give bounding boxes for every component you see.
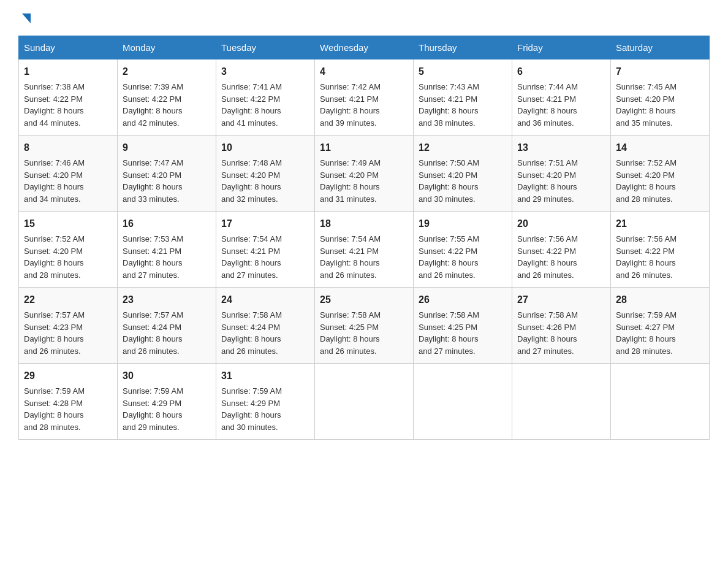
calendar-cell: 17 Sunrise: 7:54 AMSunset: 4:21 PMDaylig…	[216, 212, 315, 288]
calendar-cell: 8 Sunrise: 7:46 AMSunset: 4:20 PMDayligh…	[19, 136, 118, 212]
day-info: Sunrise: 7:53 AMSunset: 4:21 PMDaylight:…	[123, 234, 183, 280]
day-info: Sunrise: 7:51 AMSunset: 4:20 PMDaylight:…	[517, 158, 578, 204]
day-info: Sunrise: 7:52 AMSunset: 4:20 PMDaylight:…	[24, 234, 85, 280]
day-number: 7	[616, 64, 704, 79]
day-number: 13	[517, 140, 605, 155]
weekday-header-thursday: Thursday	[414, 36, 512, 59]
day-number: 2	[123, 64, 211, 79]
calendar-cell: 30 Sunrise: 7:59 AMSunset: 4:29 PMDaylig…	[118, 364, 216, 440]
calendar-cell: 31 Sunrise: 7:59 AMSunset: 4:29 PMDaylig…	[216, 364, 315, 440]
day-info: Sunrise: 7:39 AMSunset: 4:22 PMDaylight:…	[123, 82, 183, 128]
day-info: Sunrise: 7:57 AMSunset: 4:24 PMDaylight:…	[123, 310, 183, 356]
day-info: Sunrise: 7:54 AMSunset: 4:21 PMDaylight:…	[221, 234, 282, 280]
calendar-cell	[315, 364, 414, 440]
day-info: Sunrise: 7:56 AMSunset: 4:22 PMDaylight:…	[616, 234, 677, 280]
day-info: Sunrise: 7:38 AMSunset: 4:22 PMDaylight:…	[24, 82, 85, 128]
day-info: Sunrise: 7:59 AMSunset: 4:29 PMDaylight:…	[123, 386, 183, 432]
calendar-cell: 7 Sunrise: 7:45 AMSunset: 4:20 PMDayligh…	[611, 59, 710, 136]
day-number: 6	[517, 64, 605, 79]
day-info: Sunrise: 7:48 AMSunset: 4:20 PMDaylight:…	[221, 158, 282, 204]
day-number: 31	[221, 369, 309, 383]
day-number: 19	[419, 216, 507, 231]
day-number: 5	[419, 64, 507, 79]
calendar-cell	[611, 364, 710, 440]
day-number: 11	[320, 140, 408, 155]
day-number: 29	[24, 369, 112, 383]
calendar-cell: 4 Sunrise: 7:42 AMSunset: 4:21 PMDayligh…	[315, 59, 414, 136]
calendar-cell: 25 Sunrise: 7:58 AMSunset: 4:25 PMDaylig…	[315, 288, 414, 364]
calendar-cell: 12 Sunrise: 7:50 AMSunset: 4:20 PMDaylig…	[414, 136, 512, 212]
calendar-cell: 19 Sunrise: 7:55 AMSunset: 4:22 PMDaylig…	[414, 212, 512, 288]
logo	[18, 12, 33, 23]
day-info: Sunrise: 7:58 AMSunset: 4:25 PMDaylight:…	[419, 310, 479, 356]
day-number: 16	[123, 216, 211, 231]
day-info: Sunrise: 7:41 AMSunset: 4:22 PMDaylight:…	[221, 82, 282, 128]
day-number: 24	[221, 293, 309, 307]
calendar-cell: 16 Sunrise: 7:53 AMSunset: 4:21 PMDaylig…	[118, 212, 216, 288]
day-number: 4	[320, 64, 408, 79]
weekday-header-wednesday: Wednesday	[315, 36, 414, 59]
calendar-cell: 22 Sunrise: 7:57 AMSunset: 4:23 PMDaylig…	[19, 288, 118, 364]
day-info: Sunrise: 7:42 AMSunset: 4:21 PMDaylight:…	[320, 82, 381, 128]
day-number: 26	[419, 293, 507, 307]
calendar-week-row: 8 Sunrise: 7:46 AMSunset: 4:20 PMDayligh…	[19, 136, 710, 212]
day-number: 14	[616, 140, 704, 155]
day-number: 30	[123, 369, 211, 383]
calendar-cell: 24 Sunrise: 7:58 AMSunset: 4:24 PMDaylig…	[216, 288, 315, 364]
calendar-week-row: 15 Sunrise: 7:52 AMSunset: 4:20 PMDaylig…	[19, 212, 710, 288]
day-number: 10	[221, 140, 309, 155]
calendar-table: SundayMondayTuesdayWednesdayThursdayFrid…	[18, 36, 710, 440]
page-header	[18, 12, 710, 23]
calendar-cell: 26 Sunrise: 7:58 AMSunset: 4:25 PMDaylig…	[414, 288, 512, 364]
calendar-cell: 11 Sunrise: 7:49 AMSunset: 4:20 PMDaylig…	[315, 136, 414, 212]
day-number: 22	[24, 293, 112, 307]
calendar-cell	[414, 364, 512, 440]
calendar-cell: 9 Sunrise: 7:47 AMSunset: 4:20 PMDayligh…	[118, 136, 216, 212]
day-info: Sunrise: 7:54 AMSunset: 4:21 PMDaylight:…	[320, 234, 381, 280]
day-info: Sunrise: 7:59 AMSunset: 4:29 PMDaylight:…	[221, 386, 282, 432]
calendar-cell: 14 Sunrise: 7:52 AMSunset: 4:20 PMDaylig…	[611, 136, 710, 212]
calendar-cell: 29 Sunrise: 7:59 AMSunset: 4:28 PMDaylig…	[19, 364, 118, 440]
svg-marker-0	[22, 13, 31, 23]
calendar-week-row: 1 Sunrise: 7:38 AMSunset: 4:22 PMDayligh…	[19, 59, 710, 136]
calendar-week-row: 22 Sunrise: 7:57 AMSunset: 4:23 PMDaylig…	[19, 288, 710, 364]
calendar-cell: 21 Sunrise: 7:56 AMSunset: 4:22 PMDaylig…	[611, 212, 710, 288]
calendar-cell: 5 Sunrise: 7:43 AMSunset: 4:21 PMDayligh…	[414, 59, 512, 136]
day-info: Sunrise: 7:46 AMSunset: 4:20 PMDaylight:…	[24, 158, 85, 204]
day-number: 27	[517, 293, 605, 307]
calendar-cell: 15 Sunrise: 7:52 AMSunset: 4:20 PMDaylig…	[19, 212, 118, 288]
logo-triangle-icon	[20, 12, 33, 26]
weekday-header-sunday: Sunday	[19, 36, 118, 59]
day-number: 18	[320, 216, 408, 231]
calendar-cell	[512, 364, 611, 440]
calendar-cell: 13 Sunrise: 7:51 AMSunset: 4:20 PMDaylig…	[512, 136, 611, 212]
weekday-header-saturday: Saturday	[611, 36, 710, 59]
day-info: Sunrise: 7:52 AMSunset: 4:20 PMDaylight:…	[616, 158, 677, 204]
day-info: Sunrise: 7:47 AMSunset: 4:20 PMDaylight:…	[123, 158, 183, 204]
calendar-cell: 27 Sunrise: 7:58 AMSunset: 4:26 PMDaylig…	[512, 288, 611, 364]
day-number: 21	[616, 216, 704, 231]
calendar-cell: 28 Sunrise: 7:59 AMSunset: 4:27 PMDaylig…	[611, 288, 710, 364]
day-info: Sunrise: 7:59 AMSunset: 4:28 PMDaylight:…	[24, 386, 85, 432]
day-info: Sunrise: 7:57 AMSunset: 4:23 PMDaylight:…	[24, 310, 85, 356]
day-number: 20	[517, 216, 605, 231]
day-number: 9	[123, 140, 211, 155]
day-info: Sunrise: 7:43 AMSunset: 4:21 PMDaylight:…	[419, 82, 479, 128]
calendar-cell: 2 Sunrise: 7:39 AMSunset: 4:22 PMDayligh…	[118, 59, 216, 136]
day-number: 1	[24, 64, 112, 79]
day-info: Sunrise: 7:58 AMSunset: 4:26 PMDaylight:…	[517, 310, 578, 356]
calendar-cell: 1 Sunrise: 7:38 AMSunset: 4:22 PMDayligh…	[19, 59, 118, 136]
day-number: 8	[24, 140, 112, 155]
calendar-cell: 18 Sunrise: 7:54 AMSunset: 4:21 PMDaylig…	[315, 212, 414, 288]
day-number: 3	[221, 64, 309, 79]
day-number: 15	[24, 216, 112, 231]
weekday-header-friday: Friday	[512, 36, 611, 59]
calendar-cell: 10 Sunrise: 7:48 AMSunset: 4:20 PMDaylig…	[216, 136, 315, 212]
weekday-header-tuesday: Tuesday	[216, 36, 315, 59]
calendar-cell: 3 Sunrise: 7:41 AMSunset: 4:22 PMDayligh…	[216, 59, 315, 136]
weekday-header-monday: Monday	[118, 36, 216, 59]
day-info: Sunrise: 7:45 AMSunset: 4:20 PMDaylight:…	[616, 82, 677, 128]
calendar-week-row: 29 Sunrise: 7:59 AMSunset: 4:28 PMDaylig…	[19, 364, 710, 440]
day-number: 23	[123, 293, 211, 307]
day-number: 17	[221, 216, 309, 231]
